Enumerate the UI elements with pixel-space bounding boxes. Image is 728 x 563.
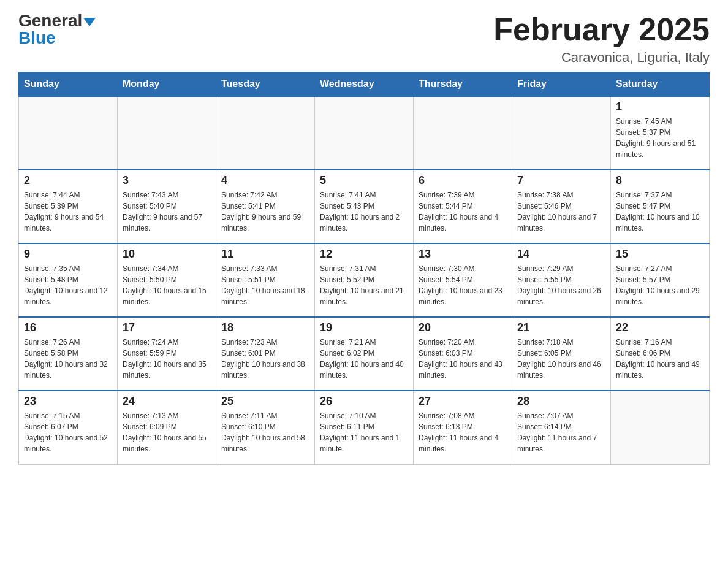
day-info: Sunrise: 7:34 AMSunset: 5:50 PMDaylight:… xyxy=(123,263,211,307)
day-cell: 13Sunrise: 7:30 AMSunset: 5:54 PMDayligh… xyxy=(414,243,512,317)
day-number: 22 xyxy=(616,321,704,334)
day-cell xyxy=(414,96,512,170)
col-monday: Monday xyxy=(118,72,216,97)
day-cell xyxy=(315,96,414,170)
day-number: 16 xyxy=(24,321,112,334)
day-cell: 21Sunrise: 7:18 AMSunset: 6:05 PMDayligh… xyxy=(512,317,611,391)
day-cell: 7Sunrise: 7:38 AMSunset: 5:46 PMDaylight… xyxy=(512,170,611,243)
col-sunday: Sunday xyxy=(19,72,118,97)
calendar-header-row: Sunday Monday Tuesday Wednesday Thursday… xyxy=(19,72,710,97)
day-cell: 17Sunrise: 7:24 AMSunset: 5:59 PMDayligh… xyxy=(118,317,216,391)
day-cell: 19Sunrise: 7:21 AMSunset: 6:02 PMDayligh… xyxy=(315,317,414,391)
day-number: 9 xyxy=(24,248,112,261)
day-number: 27 xyxy=(419,395,507,408)
day-cell: 9Sunrise: 7:35 AMSunset: 5:48 PMDaylight… xyxy=(19,243,118,317)
day-info: Sunrise: 7:26 AMSunset: 5:58 PMDaylight:… xyxy=(24,337,112,381)
day-number: 23 xyxy=(24,395,112,408)
day-info: Sunrise: 7:27 AMSunset: 5:57 PMDaylight:… xyxy=(616,263,704,307)
day-cell: 24Sunrise: 7:13 AMSunset: 6:09 PMDayligh… xyxy=(118,391,216,464)
calendar-table: Sunday Monday Tuesday Wednesday Thursday… xyxy=(18,72,710,465)
day-cell xyxy=(118,96,216,170)
day-cell: 3Sunrise: 7:43 AMSunset: 5:40 PMDaylight… xyxy=(118,170,216,243)
day-cell: 10Sunrise: 7:34 AMSunset: 5:50 PMDayligh… xyxy=(118,243,216,317)
day-info: Sunrise: 7:37 AMSunset: 5:47 PMDaylight:… xyxy=(616,190,704,234)
day-info: Sunrise: 7:18 AMSunset: 6:05 PMDaylight:… xyxy=(517,337,605,381)
day-cell xyxy=(216,96,315,170)
month-title: February 2025 xyxy=(493,12,710,47)
day-info: Sunrise: 7:07 AMSunset: 6:14 PMDaylight:… xyxy=(517,410,605,454)
day-cell: 15Sunrise: 7:27 AMSunset: 5:57 PMDayligh… xyxy=(611,243,710,317)
day-number: 5 xyxy=(320,174,408,187)
day-info: Sunrise: 7:38 AMSunset: 5:46 PMDaylight:… xyxy=(517,190,605,234)
day-info: Sunrise: 7:29 AMSunset: 5:55 PMDaylight:… xyxy=(517,263,605,307)
day-info: Sunrise: 7:08 AMSunset: 6:13 PMDaylight:… xyxy=(419,410,507,454)
col-friday: Friday xyxy=(512,72,611,97)
logo-general-text: General xyxy=(18,11,82,30)
logo: General Blue xyxy=(18,12,96,47)
location-title: Caravonica, Liguria, Italy xyxy=(493,50,710,66)
day-cell: 4Sunrise: 7:42 AMSunset: 5:41 PMDaylight… xyxy=(216,170,315,243)
logo-triangle-icon xyxy=(83,18,96,26)
day-number: 10 xyxy=(123,248,211,261)
day-info: Sunrise: 7:10 AMSunset: 6:11 PMDaylight:… xyxy=(320,410,408,454)
day-info: Sunrise: 7:24 AMSunset: 5:59 PMDaylight:… xyxy=(123,337,211,381)
day-number: 12 xyxy=(320,248,408,261)
day-info: Sunrise: 7:16 AMSunset: 6:06 PMDaylight:… xyxy=(616,337,704,381)
day-cell: 2Sunrise: 7:44 AMSunset: 5:39 PMDaylight… xyxy=(19,170,118,243)
day-info: Sunrise: 7:20 AMSunset: 6:03 PMDaylight:… xyxy=(419,337,507,381)
day-number: 13 xyxy=(419,248,507,261)
day-info: Sunrise: 7:44 AMSunset: 5:39 PMDaylight:… xyxy=(24,190,112,234)
day-info: Sunrise: 7:43 AMSunset: 5:40 PMDaylight:… xyxy=(123,190,211,234)
day-info: Sunrise: 7:35 AMSunset: 5:48 PMDaylight:… xyxy=(24,263,112,307)
day-number: 24 xyxy=(123,395,211,408)
day-info: Sunrise: 7:30 AMSunset: 5:54 PMDaylight:… xyxy=(419,263,507,307)
day-number: 18 xyxy=(221,321,309,334)
week-row-1: 1Sunrise: 7:45 AMSunset: 5:37 PMDaylight… xyxy=(19,96,710,170)
day-number: 20 xyxy=(419,321,507,334)
day-number: 21 xyxy=(517,321,605,334)
day-cell: 18Sunrise: 7:23 AMSunset: 6:01 PMDayligh… xyxy=(216,317,315,391)
day-info: Sunrise: 7:42 AMSunset: 5:41 PMDaylight:… xyxy=(221,190,309,234)
week-row-2: 2Sunrise: 7:44 AMSunset: 5:39 PMDaylight… xyxy=(19,170,710,243)
day-number: 17 xyxy=(123,321,211,334)
day-cell: 14Sunrise: 7:29 AMSunset: 5:55 PMDayligh… xyxy=(512,243,611,317)
day-number: 15 xyxy=(616,248,704,261)
day-cell: 22Sunrise: 7:16 AMSunset: 6:06 PMDayligh… xyxy=(611,317,710,391)
day-cell: 1Sunrise: 7:45 AMSunset: 5:37 PMDaylight… xyxy=(611,96,710,170)
day-number: 4 xyxy=(221,174,309,187)
day-cell: 28Sunrise: 7:07 AMSunset: 6:14 PMDayligh… xyxy=(512,391,611,464)
week-row-4: 16Sunrise: 7:26 AMSunset: 5:58 PMDayligh… xyxy=(19,317,710,391)
day-info: Sunrise: 7:23 AMSunset: 6:01 PMDaylight:… xyxy=(221,337,309,381)
day-info: Sunrise: 7:33 AMSunset: 5:51 PMDaylight:… xyxy=(221,263,309,307)
col-wednesday: Wednesday xyxy=(315,72,414,97)
day-cell: 5Sunrise: 7:41 AMSunset: 5:43 PMDaylight… xyxy=(315,170,414,243)
day-number: 7 xyxy=(517,174,605,187)
day-number: 25 xyxy=(221,395,309,408)
day-number: 11 xyxy=(221,248,309,261)
week-row-3: 9Sunrise: 7:35 AMSunset: 5:48 PMDaylight… xyxy=(19,243,710,317)
day-cell: 11Sunrise: 7:33 AMSunset: 5:51 PMDayligh… xyxy=(216,243,315,317)
col-tuesday: Tuesday xyxy=(216,72,315,97)
logo-wordmark: General xyxy=(18,12,96,29)
day-number: 26 xyxy=(320,395,408,408)
day-number: 19 xyxy=(320,321,408,334)
day-cell: 8Sunrise: 7:37 AMSunset: 5:47 PMDaylight… xyxy=(611,170,710,243)
day-info: Sunrise: 7:41 AMSunset: 5:43 PMDaylight:… xyxy=(320,190,408,234)
day-number: 1 xyxy=(616,101,704,113)
day-info: Sunrise: 7:21 AMSunset: 6:02 PMDaylight:… xyxy=(320,337,408,381)
day-cell xyxy=(19,96,118,170)
col-saturday: Saturday xyxy=(611,72,710,97)
day-cell: 12Sunrise: 7:31 AMSunset: 5:52 PMDayligh… xyxy=(315,243,414,317)
week-row-5: 23Sunrise: 7:15 AMSunset: 6:07 PMDayligh… xyxy=(19,391,710,464)
day-cell: 20Sunrise: 7:20 AMSunset: 6:03 PMDayligh… xyxy=(414,317,512,391)
day-info: Sunrise: 7:15 AMSunset: 6:07 PMDaylight:… xyxy=(24,410,112,454)
day-number: 8 xyxy=(616,174,704,187)
day-cell: 26Sunrise: 7:10 AMSunset: 6:11 PMDayligh… xyxy=(315,391,414,464)
day-cell: 25Sunrise: 7:11 AMSunset: 6:10 PMDayligh… xyxy=(216,391,315,464)
day-number: 28 xyxy=(517,395,605,408)
day-number: 3 xyxy=(123,174,211,187)
day-number: 14 xyxy=(517,248,605,261)
day-cell: 6Sunrise: 7:39 AMSunset: 5:44 PMDaylight… xyxy=(414,170,512,243)
day-info: Sunrise: 7:11 AMSunset: 6:10 PMDaylight:… xyxy=(221,410,309,454)
page-header: General Blue February 2025 Caravonica, L… xyxy=(18,12,710,66)
